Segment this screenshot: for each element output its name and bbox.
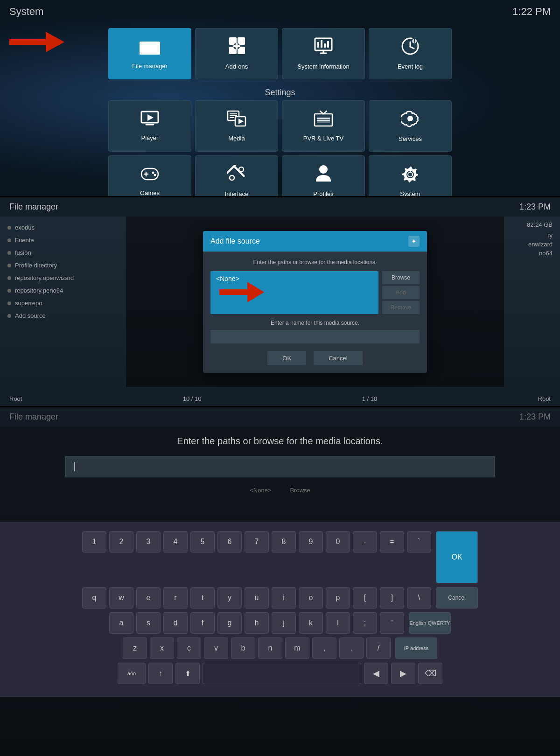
tile-games[interactable]: Games	[108, 155, 191, 196]
add-button[interactable]: Add	[382, 286, 420, 299]
key-equals[interactable]: =	[380, 531, 404, 553]
ip-address-button[interactable]: IP address	[395, 637, 437, 659]
key-m[interactable]: m	[285, 637, 309, 659]
key-f[interactable]: f	[190, 612, 215, 634]
key-h[interactable]: h	[245, 612, 269, 634]
url-entry-section: File manager 1:23 PM Enter the paths or …	[0, 406, 560, 756]
tile-profiles[interactable]: Profiles	[282, 155, 365, 196]
remove-button[interactable]: Remove	[382, 301, 420, 314]
cancel-key-button[interactable]: Cancel	[436, 587, 478, 609]
sidebar-item-profile-directory[interactable]: Profile directory	[0, 259, 126, 272]
tile-file-manager[interactable]: File manager	[108, 28, 191, 79]
key-backtick[interactable]: `	[407, 531, 431, 553]
dialog-actions: OK Cancel	[210, 351, 420, 365]
sidebar-item-exodus[interactable]: exodus	[0, 221, 126, 234]
key-3[interactable]: 3	[136, 531, 161, 553]
key-left[interactable]: ◀	[364, 663, 388, 684]
sidebar-item-add-source[interactable]: Add source	[0, 309, 126, 322]
key-w[interactable]: w	[109, 587, 133, 609]
browse-button[interactable]: Browse	[382, 271, 420, 284]
key-k[interactable]: k	[299, 612, 323, 634]
sidebar-item-superrepo[interactable]: superrepo	[0, 297, 126, 309]
key-t[interactable]: t	[190, 587, 215, 609]
key-0[interactable]: 0	[326, 531, 350, 553]
tile-player[interactable]: Player	[108, 100, 191, 152]
url-input-box[interactable]	[65, 456, 495, 477]
key-u[interactable]: u	[245, 587, 269, 609]
dot-icon	[7, 301, 11, 305]
english-qwerty-button[interactable]: English QWERTY	[409, 612, 451, 634]
dialog-close-button[interactable]: ✦	[408, 236, 420, 247]
sidebar-item-fuente[interactable]: Fuente	[0, 234, 126, 246]
sidebar-item-repo-openwizard[interactable]: repository.openwizard	[0, 272, 126, 284]
key-p[interactable]: p	[326, 587, 350, 609]
tile-pvr-live-tv[interactable]: PVR & Live TV	[282, 100, 365, 152]
key-z[interactable]: z	[123, 637, 147, 659]
tile-services[interactable]: Services	[369, 100, 452, 152]
key-b[interactable]: b	[231, 637, 255, 659]
dialog-cancel-button[interactable]: Cancel	[314, 351, 362, 365]
dialog-name-input[interactable]	[210, 330, 420, 343]
key-backslash[interactable]: \	[407, 587, 431, 609]
url-section-title: File manager	[9, 412, 58, 422]
key-q[interactable]: q	[82, 587, 106, 609]
key-1[interactable]: 1	[82, 531, 106, 553]
tile-system[interactable]: System	[369, 155, 452, 196]
key-o[interactable]: o	[299, 587, 323, 609]
key-8[interactable]: 8	[272, 531, 296, 553]
key-period[interactable]: .	[339, 637, 364, 659]
key-d[interactable]: d	[163, 612, 188, 634]
key-l[interactable]: l	[326, 612, 350, 634]
tile-add-ons[interactable]: Add-ons	[195, 28, 278, 79]
key-apostrophe[interactable]: '	[380, 612, 404, 634]
dialog-overlay: Add file source ✦ Enter the paths or bro…	[126, 217, 504, 387]
key-9[interactable]: 9	[299, 531, 323, 553]
key-c[interactable]: c	[177, 637, 201, 659]
key-g[interactable]: g	[217, 612, 242, 634]
ok-button[interactable]: OK	[436, 531, 478, 583]
key-minus[interactable]: -	[353, 531, 377, 553]
key-symbol[interactable]: äöo	[118, 663, 146, 684]
key-space[interactable]	[203, 663, 361, 684]
system-info-icon	[314, 37, 333, 59]
key-up-arrow[interactable]: ↑	[148, 663, 173, 684]
key-v[interactable]: v	[204, 637, 228, 659]
tile-event-log[interactable]: Event log	[369, 28, 452, 79]
key-backspace[interactable]: ⌫	[418, 663, 442, 684]
key-7[interactable]: 7	[245, 531, 269, 553]
key-n[interactable]: n	[258, 637, 282, 659]
key-4[interactable]: 4	[163, 531, 188, 553]
key-j[interactable]: j	[272, 612, 296, 634]
bottom-center-left: 10 / 10	[183, 395, 202, 402]
key-s[interactable]: s	[136, 612, 161, 634]
fm-main: Add file source ✦ Enter the paths or bro…	[126, 217, 504, 387]
sidebar-item-fusion[interactable]: fusion	[0, 246, 126, 259]
special-row: äöo ↑ ⬆ ◀ ▶ ⌫	[9, 663, 551, 684]
key-e[interactable]: e	[136, 587, 161, 609]
key-r[interactable]: r	[163, 587, 188, 609]
key-y[interactable]: y	[217, 587, 242, 609]
root-item-no64: no64	[528, 250, 553, 257]
none-label: <None>	[250, 487, 271, 494]
dialog-ok-button[interactable]: OK	[267, 351, 306, 365]
key-comma[interactable]: ,	[312, 637, 336, 659]
tile-media[interactable]: Media	[195, 100, 278, 152]
key-semicolon[interactable]: ;	[353, 612, 377, 634]
key-x[interactable]: x	[150, 637, 174, 659]
tile-system-information[interactable]: System information	[282, 28, 365, 79]
system-title: System	[9, 6, 43, 18]
key-rbracket[interactable]: ]	[380, 587, 404, 609]
sidebar-item-repo-peno64[interactable]: repository.peno64	[0, 284, 126, 297]
key-6[interactable]: 6	[217, 531, 242, 553]
key-right[interactable]: ▶	[391, 663, 415, 684]
key-slash[interactable]: /	[366, 637, 391, 659]
key-a[interactable]: a	[109, 612, 133, 634]
key-shift[interactable]: ⬆	[175, 663, 200, 684]
key-lbracket[interactable]: [	[353, 587, 377, 609]
q-row: q w e r t y u i o p [ ] \	[82, 587, 431, 609]
number-row: 1 2 3 4 5 6 7 8 9 0 - = `	[82, 531, 431, 583]
key-2[interactable]: 2	[109, 531, 133, 553]
key-i[interactable]: i	[272, 587, 296, 609]
tile-interface[interactable]: Interface	[195, 155, 278, 196]
key-5[interactable]: 5	[190, 531, 215, 553]
